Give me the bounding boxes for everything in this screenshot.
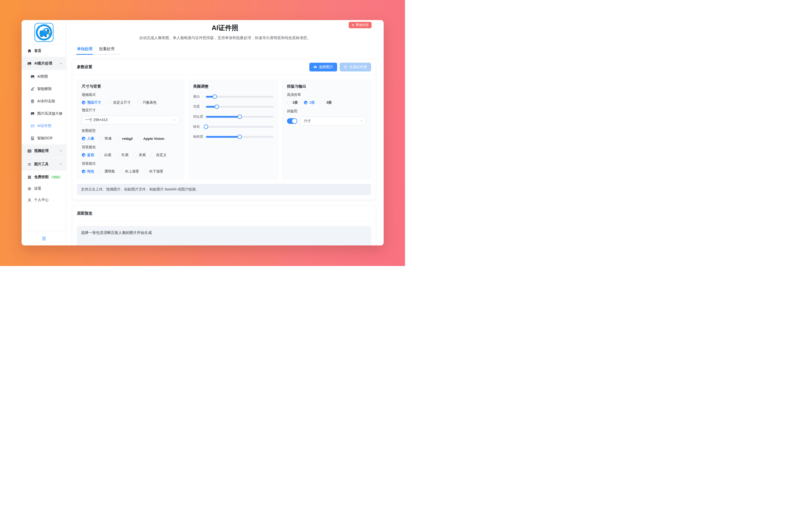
radio-scale-2x[interactable]: 2倍 [304, 100, 315, 105]
select-image-button[interactable]: 选择图片 [309, 63, 337, 71]
sharpen-slider[interactable] [206, 126, 273, 128]
radio-model-portrait[interactable]: 人像 [82, 136, 94, 141]
swap-arrows-icon [27, 162, 32, 167]
radio-bg-custom[interactable]: 自定义 [151, 153, 167, 157]
sidebar-group-ai-image[interactable]: AI图片处理 [21, 57, 66, 70]
app-logo[interactable] [21, 20, 66, 45]
radio-bg-blue[interactable]: 蓝底 [82, 153, 94, 157]
generate-id-photo-button[interactable]: 生成证件照 [340, 63, 371, 71]
sidebar-item-profile[interactable]: 个人中心 [21, 194, 66, 205]
sidebar-group-image-tools[interactable]: 图片工具 [21, 158, 66, 171]
sidebar-item-label: 智能擦除 [37, 87, 63, 91]
radio-mode-gradient-down[interactable]: 向下渐变 [144, 169, 163, 174]
sidebar-item-home[interactable]: 首页 [21, 45, 66, 57]
grid-icon [27, 175, 32, 179]
radio-label: 纯色 [87, 169, 94, 174]
radio-icon [117, 137, 120, 140]
radio-bg-white[interactable]: 白底 [99, 153, 111, 157]
radio-icon [82, 170, 85, 173]
slider-row-sharpen: 锐化 [193, 124, 273, 129]
chevron-down-icon [360, 119, 363, 122]
slider-handle[interactable] [238, 135, 242, 139]
sidebar-item-label: 智能OCR [37, 136, 63, 140]
whitening-slider[interactable] [206, 96, 273, 98]
gear-icon [27, 187, 32, 191]
params-panel: 参数设置 选择图片 生成证件照 [72, 59, 376, 200]
radio-mode-transparent[interactable]: 透明底 [99, 169, 115, 174]
radio-preset-size[interactable]: 预设尺寸 [82, 100, 101, 105]
radio-icon [321, 101, 325, 104]
radio-bg-gray[interactable]: 灰底 [133, 153, 146, 157]
tab-single-process[interactable]: 单张处理 [76, 45, 93, 55]
hd-scale-label: 高清倍率 [287, 93, 366, 97]
sidebar-item-settings[interactable]: 设置 [21, 183, 66, 194]
tab-batch-process[interactable]: 批量处理 [98, 45, 115, 55]
radio-model-apple-vision[interactable]: Apple Vision [138, 137, 164, 140]
preview-panel-body: 选择一张包含清晰正面人脸的图片开始生成 [72, 221, 376, 246]
radio-model-rmbg2[interactable]: rmbg2 [117, 137, 133, 140]
slider-fill [206, 136, 240, 138]
preset-size-select[interactable]: 一寸 295×413 [82, 116, 179, 124]
preview-panel-header: 原图预览 [72, 206, 376, 221]
slider-handle[interactable] [204, 124, 208, 129]
sidebar-item-smart-ocr[interactable]: 智能OCR [21, 132, 66, 145]
preset-size-value: 一寸 295×413 [85, 118, 108, 122]
chevron-down-icon [60, 163, 63, 166]
radio-mode-solid[interactable]: 纯色 [82, 169, 94, 174]
sidebar-group-label: AI图片处理 [34, 61, 60, 66]
radio-label: 人像 [87, 136, 94, 141]
preview-placeholder[interactable]: 选择一张包含清晰正面人脸的图片开始生成 [77, 226, 371, 246]
print-layout-label: 排版照 [287, 109, 366, 114]
slider-handle[interactable] [213, 95, 217, 99]
play-circle-icon [343, 65, 347, 69]
main-content: AI证件照 自动完成人像抠图、单人脸检测与证件照排版，支持单张和批量处理，快速导… [66, 20, 384, 246]
radio-mode-gradient-up[interactable]: 向上渐变 [120, 169, 139, 174]
sidebar-item-smart-erase[interactable]: 智能擦除 [21, 83, 66, 95]
radio-bg-red[interactable]: 红底 [116, 153, 129, 157]
radio-model-fast[interactable]: 快速 [99, 136, 112, 141]
sidebar: 首页 AI图片处理 AI抠图 [21, 20, 66, 246]
sidebar-item-watermark-remove[interactable]: AI水印去除 [21, 95, 66, 107]
radio-label: 自定义尺寸 [113, 100, 131, 105]
radio-custom-size[interactable]: 自定义尺寸 [108, 100, 131, 105]
contrast-slider[interactable] [206, 116, 273, 118]
sidebar-item-id-photo[interactable]: AI证件照 [21, 120, 66, 132]
slider-row-brightness: 亮度 [193, 104, 273, 109]
brightness-slider[interactable] [206, 106, 273, 108]
sidebar-item-free-collage[interactable]: 免费拼图 FREE [21, 171, 66, 183]
saturation-slider[interactable] [206, 136, 273, 138]
radio-scale-1x[interactable]: 1倍 [287, 100, 298, 105]
slider-handle[interactable] [238, 115, 242, 119]
slider-row-whitening: 美白 [193, 94, 273, 99]
release-memory-button[interactable]: 释放内存 [349, 22, 372, 28]
page-title: AI证件照 [66, 20, 384, 32]
slider-row-contrast: 对比度 [193, 114, 273, 119]
select-image-label: 选择图片 [319, 65, 333, 69]
sidebar-item-ai-matting[interactable]: AI抠图 [21, 70, 66, 83]
pencil-icon [30, 87, 35, 91]
sidebar-item-label: 图片高清放大修复 [37, 111, 63, 116]
home-icon [27, 49, 32, 53]
collapse-sidebar-icon[interactable] [42, 236, 47, 241]
cloud-upload-icon [313, 65, 317, 69]
radio-label: 预设尺寸 [87, 100, 101, 105]
sidebar-group-video[interactable]: 视频处理 [21, 145, 66, 157]
print-size-select[interactable]: 六寸 [300, 117, 366, 126]
image-icon [30, 112, 35, 116]
matting-model-label: 抠图模型 [82, 129, 179, 133]
sidebar-item-label: AI证件照 [37, 123, 63, 128]
radio-scale-3x[interactable]: 3倍 [321, 100, 332, 105]
radio-label: 灰底 [139, 153, 146, 157]
sidebar-item-hd-upscale[interactable]: 图片高清放大修复 [21, 107, 66, 120]
chevron-down-icon [173, 118, 176, 121]
print-layout-toggle[interactable] [287, 118, 297, 124]
radio-label: 向下渐变 [149, 169, 163, 174]
spec-mode-radio-group: 预设尺寸 自定义尺寸 只换底色 [82, 100, 179, 105]
radio-label: 1倍 [292, 100, 298, 105]
bg-color-radio-group: 蓝底 白底 红底 灰底 自定义 [82, 153, 179, 157]
slider-handle[interactable] [214, 105, 219, 109]
radio-bg-only[interactable]: 只换底色 [137, 100, 157, 105]
release-memory-label: 释放内存 [356, 23, 369, 27]
sidebar-item-label: 个人中心 [34, 198, 63, 202]
sidebar-footer [21, 231, 66, 246]
